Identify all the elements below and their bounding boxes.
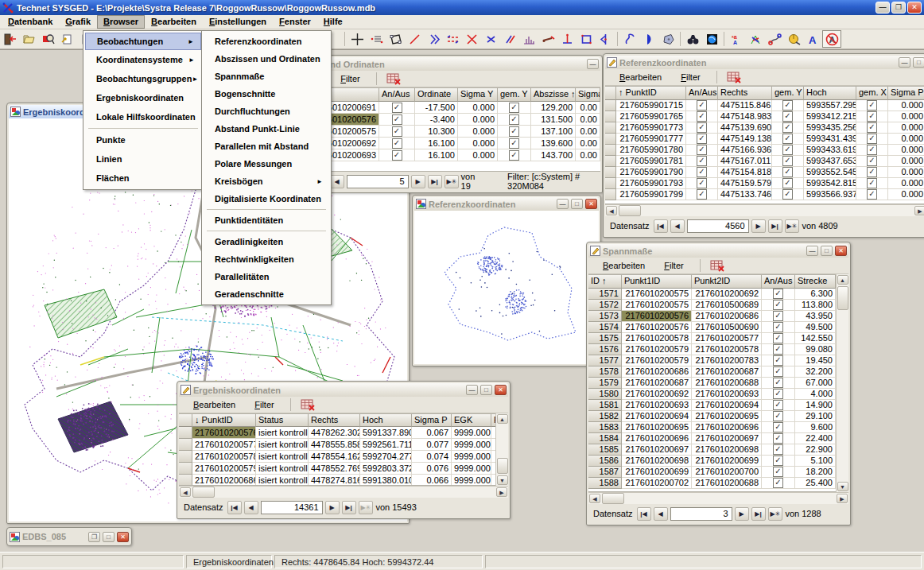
- next-record-button[interactable]: ▶: [411, 175, 425, 188]
- submenu-item-parallelitaeten[interactable]: Parallelitäten: [204, 268, 329, 285]
- last-record-button[interactable]: ▶|: [342, 501, 356, 514]
- globe-icon[interactable]: [702, 30, 721, 48]
- menu-datenbank[interactable]: Datenbank: [2, 15, 59, 29]
- spann-titlebar[interactable]: Spannmaße — □ ✕: [588, 244, 848, 258]
- filter-menu[interactable]: Filter: [654, 259, 693, 272]
- bearbeiten-menu[interactable]: Bearbeiten: [610, 71, 671, 83]
- table-row[interactable]: 1586 2176010200698 2176010200699 ✓ 5.100: [588, 456, 836, 467]
- child-minimize-button[interactable]: —: [587, 59, 599, 69]
- table-row[interactable]: 1573 2176010200576 2176010200686 ✓ 43.95…: [588, 311, 836, 322]
- filter-menu[interactable]: Filter: [245, 398, 283, 411]
- label-pair-icon[interactable]: ᵃaA: [727, 30, 746, 48]
- submenu-item-geradlinigkeiten[interactable]: Geradlinigkeiten: [204, 233, 329, 250]
- line-icon[interactable]: [405, 30, 424, 48]
- perpendicular-icon[interactable]: [557, 30, 577, 48]
- prev-record-button[interactable]: ◀: [670, 219, 685, 233]
- child-close-button[interactable]: ✕: [117, 532, 129, 542]
- child-minimize-button[interactable]: —: [557, 199, 569, 209]
- bearbeiten-menu[interactable]: Bearbeiten: [184, 398, 245, 411]
- spline-icon[interactable]: [620, 30, 639, 48]
- table-row[interactable]: 2176059901781 ✓ 4475167.011 ✓ 5993437.65…: [605, 156, 924, 167]
- submenu-item-polare-messungen[interactable]: Polare Messungen: [204, 155, 329, 173]
- child-maximize-button[interactable]: □: [571, 199, 583, 209]
- record-number-input[interactable]: [261, 501, 323, 514]
- symbols-icon[interactable]: [746, 30, 765, 48]
- crosshair-icon[interactable]: [347, 30, 367, 48]
- table-row[interactable]: 1585 2176010200697 2176010200698 ✓ 22.90…: [588, 444, 836, 456]
- db-search-icon[interactable]: [38, 30, 57, 48]
- table-row[interactable]: 1575 2176010200578 2176010200577 ✓ 142.5…: [588, 333, 836, 344]
- table-row[interactable]: 1583 2176010200695 2176010200696 ✓ 9.600: [588, 422, 836, 433]
- submenu-item-spannmasse[interactable]: Spannmaße: [204, 68, 329, 85]
- minimize-button[interactable]: —: [875, 2, 890, 14]
- open-project-icon[interactable]: [19, 30, 38, 48]
- child-maximize-button[interactable]: □: [480, 385, 492, 395]
- child-minimize-button[interactable]: —: [466, 385, 478, 395]
- next-record-button[interactable]: ▶: [751, 219, 766, 233]
- table-row[interactable]: 1577 2176010200579 2176010200783 ✓ 19.45…: [588, 355, 836, 366]
- menu-item-beobachtungsgruppen[interactable]: Beobachtungsgruppen►: [85, 69, 201, 88]
- ergt-titlebar[interactable]: Ergebniskoordinaten — □ ✕: [179, 383, 508, 397]
- polar-measure-icon[interactable]: [538, 30, 557, 48]
- refk-titlebar[interactable]: Referenzkoordinaten — □: [605, 56, 924, 69]
- submenu-item-parallelen-mit-abstand[interactable]: Parallelen mit Abstand: [204, 138, 329, 155]
- new-record-button[interactable]: ▶✳: [445, 175, 459, 188]
- text-label-icon[interactable]: A: [803, 30, 822, 48]
- record-number-input[interactable]: [347, 175, 409, 188]
- refk-horizontal-scrollbar[interactable]: ◀▶: [605, 204, 924, 216]
- menu-einstellungen[interactable]: Einstellungen: [203, 15, 273, 29]
- submenu-item-rechtwinkligkeiten[interactable]: Rechtwinkligkeiten: [204, 250, 329, 268]
- area-fill-icon[interactable]: [658, 30, 677, 48]
- point-list-icon[interactable]: [367, 30, 386, 48]
- submenu-item-bogenschnitte[interactable]: Bogenschnitte: [204, 85, 329, 103]
- arc-angle-icon[interactable]: [596, 30, 615, 48]
- first-record-button[interactable]: |◀: [227, 501, 242, 514]
- table-row[interactable]: 1581 2176010200693 2176010200694 ✓ 14.90…: [588, 400, 836, 411]
- child-close-button[interactable]: ✕: [495, 385, 507, 395]
- menu-item-lokale-hilfskoordinaten[interactable]: Lokale Hilfskoordinaten: [85, 107, 201, 126]
- ergt-vertical-scrollbar[interactable]: ▲ ▼: [495, 413, 508, 486]
- prev-record-button[interactable]: ◀: [654, 507, 668, 521]
- menu-item-ergebniskoordinaten[interactable]: Ergebniskoordinaten: [85, 88, 201, 107]
- bearbeiten-menu[interactable]: Bearbeiten: [593, 259, 654, 272]
- menu-fenster[interactable]: Fenster: [273, 15, 317, 29]
- import-icon[interactable]: [57, 30, 76, 48]
- delete-table-icon[interactable]: [297, 397, 318, 412]
- table-row[interactable]: 2176059901765 ✓ 4475148.983 ✓ 5993412.21…: [605, 111, 924, 122]
- table-row[interactable]: 2176010200577 isiert kontrolliert 447855…: [179, 439, 495, 451]
- prev-record-button[interactable]: ◀: [330, 175, 344, 188]
- binoculars-icon[interactable]: [683, 30, 702, 48]
- prev-record-button[interactable]: ◀: [244, 501, 258, 514]
- menu-hilfe[interactable]: Hilfe: [317, 15, 349, 29]
- table-row[interactable]: 1588 2176010200702 2176010200688 ✓ 25.40…: [588, 478, 836, 489]
- restore-button[interactable]: ❐: [891, 2, 906, 14]
- child-maximize-button[interactable]: □: [913, 57, 924, 68]
- no-text-label-icon[interactable]: A: [822, 30, 841, 48]
- table-row[interactable]: 2176059901780 ✓ 4475166.936 ✓ 5993433.61…: [605, 145, 924, 156]
- double-chevron-icon[interactable]: [424, 30, 443, 48]
- submenu-item-durchfluchtungen[interactable]: Durchfluchtungen: [204, 103, 329, 120]
- first-record-button[interactable]: |◀: [654, 219, 668, 233]
- child-maximize-button[interactable]: □: [821, 246, 833, 256]
- child-minimize-button[interactable]: —: [806, 246, 818, 256]
- small-cross-icon[interactable]: [481, 30, 500, 48]
- measure-wheel-icon[interactable]: [784, 30, 803, 48]
- menu-browser[interactable]: Browser: [97, 15, 145, 29]
- child-restore-button[interactable]: ❐: [88, 532, 100, 542]
- menu-item-koordinatensysteme[interactable]: Koordinatensysteme►: [85, 50, 201, 69]
- table-row[interactable]: 1572 2176010200575 2176010500689 ✓ 113.8…: [588, 300, 836, 311]
- exit-icon[interactable]: [0, 30, 19, 48]
- table-row[interactable]: 2176010200579 isiert kontrolliert 447855…: [179, 463, 495, 475]
- spann-vertical-scrollbar[interactable]: ▲ ▼: [836, 274, 848, 492]
- child-close-button[interactable]: ✕: [835, 246, 847, 256]
- child-maximize-button[interactable]: □: [103, 532, 115, 542]
- table-row[interactable]: 1574 2176010200576 2176010500690 ✓ 49.50…: [588, 322, 836, 333]
- menu-item-flaechen[interactable]: Flächen: [85, 169, 201, 188]
- first-record-button[interactable]: |◀: [637, 507, 651, 521]
- table-row[interactable]: 1587 2176010200699 2176010200700 ✓ 18.20…: [588, 467, 836, 478]
- submenu-item-abszissen-ordinaten[interactable]: Abszissen und Ordinaten: [204, 50, 329, 68]
- menu-item-linien[interactable]: Linien: [85, 149, 201, 169]
- child-minimize-button[interactable]: —: [899, 57, 910, 68]
- table-row[interactable]: 2176010200686 isiert kontrolliert 447827…: [179, 475, 495, 486]
- submenu-item-abstand-punkt-linie[interactable]: Abstand Punkt-Linie: [204, 120, 329, 138]
